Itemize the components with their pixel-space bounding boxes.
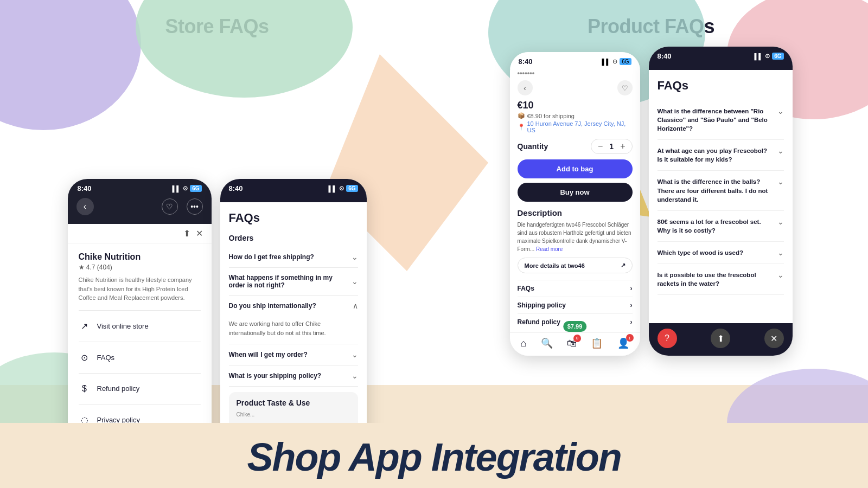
prod-faqs-share-icon[interactable]: ⬆ [711, 329, 730, 348]
product-location: 📍 10 Huron Avenue 7J, Jersey City, NJ, U… [518, 120, 633, 133]
product-body: ••••••• ‹ ♡ €10 📦 €8.90 for shipping 📍 1… [510, 69, 640, 330]
sidebar-item-faqs[interactable]: ⊙ FAQs [79, 348, 201, 368]
prod-faq-q-4: 80€ seems a lot for a frescobol set. Why… [658, 217, 777, 235]
faq-question-4: When will I get my order? [229, 351, 352, 358]
product-heart-button[interactable]: ♡ [617, 80, 633, 95]
faq-chevron-1: ⌄ [352, 253, 358, 261]
faq-question-5: What is your shipping policy? [229, 372, 352, 380]
more-details-button[interactable]: More details at two46 ↗ [518, 258, 633, 273]
shipping-icon: 📦 [518, 112, 525, 119]
product-faqs-time: 8:40 [658, 52, 672, 60]
bag-badge: 8 [573, 335, 581, 342]
sidebar-divider-1 [79, 310, 201, 311]
description-title: Description [518, 208, 633, 217]
quantity-row: Quantity − 1 + [518, 139, 633, 154]
qty-decrease-button[interactable]: − [598, 142, 603, 151]
prod-faq-chevron-5: ⌄ [777, 248, 784, 257]
qty-value: 1 [609, 142, 614, 151]
sidebar-share-icon[interactable]: ⬆ [183, 228, 190, 239]
faq-item-4[interactable]: When will I get my order? ⌄ [229, 344, 358, 365]
description-text: Die handgefertigten two46 Frescobol Schl… [518, 221, 633, 253]
buy-now-button[interactable]: Buy now [518, 183, 633, 202]
profile-nav-icon[interactable]: 👤 1 [617, 337, 629, 349]
sidebar-more-icon[interactable]: ••• [187, 198, 203, 215]
product-faqs-link[interactable]: FAQs › [518, 280, 633, 297]
sidebar-dark-header: 8:40 ▌▌ ⊙ 6G ‹ ♡ ••• [68, 179, 212, 224]
prod-faqs-help-icon[interactable]: ? [658, 329, 677, 348]
qty-increase-button[interactable]: + [620, 142, 625, 151]
prod-faq-q-1: What is the difference between "Rio Clas… [658, 107, 777, 133]
prod-faq-chevron-2: ⌄ [777, 146, 784, 155]
external-link-icon: ↗ [621, 262, 626, 269]
store-description: Chike Nutrition is healthy lifestyle com… [79, 275, 201, 303]
product-faqs-status-bar: 8:40 ▌▌ ⊙ 6G [658, 52, 784, 60]
product-phone: 8:40 ▌▌ ⊙ 6G ••••••• ‹ ♡ €10 [510, 52, 640, 356]
chevron-right-2: › [630, 301, 633, 309]
product-faqs-dark-header: 8:40 ▌▌ ⊙ 6G [649, 47, 793, 70]
search-nav-icon[interactable]: 🔍 [541, 337, 553, 349]
product-faqs-phone: 8:40 ▌▌ ⊙ 6G FAQs What is the difference… [649, 47, 793, 356]
quantity-control: − 1 + [591, 139, 632, 154]
sidebar-item-refund[interactable]: $ Refund policy [79, 379, 201, 399]
faqs-status-bar: 8:40 ▌▌ ⊙ 6G [229, 184, 358, 192]
sidebar-divider-3 [79, 373, 201, 374]
prod-faq-5[interactable]: Which type of wood is used? ⌄ [658, 242, 784, 264]
faqs-label: FAQs [97, 354, 115, 362]
store-name: Chike Nutrition [79, 252, 201, 262]
prod-faqs-close-icon[interactable]: ✕ [764, 329, 784, 348]
prod-faq-2[interactable]: At what age can you play Frescobol? Is i… [658, 140, 784, 171]
prod-faq-3[interactable]: What is the difference in the balls? The… [658, 171, 784, 210]
faqs-icon: ⊙ [79, 352, 91, 363]
prod-faq-chevron-3: ⌄ [777, 177, 784, 186]
orders-nav-icon[interactable]: 📋 [591, 337, 603, 349]
sidebar-close-icon[interactable]: ✕ [196, 228, 203, 239]
prod-faq-q-6: Is it possible to use the frescobol rack… [658, 271, 777, 288]
product-taste-section: Product Taste & Use Chike... [229, 392, 358, 424]
sidebar-divider-2 [79, 342, 201, 342]
sidebar-item-visit-store[interactable]: ↗ Visit online store [79, 316, 201, 336]
product-price: €10 [518, 100, 633, 111]
chevron-right-1: › [630, 285, 633, 292]
sidebar-back-button[interactable]: ‹ [76, 198, 94, 215]
prod-faq-6[interactable]: Is it possible to use the frescobol rack… [658, 264, 784, 295]
product-section-hint: Chike... [237, 412, 350, 418]
prod-faq-1[interactable]: What is the difference between "Rio Clas… [658, 100, 784, 140]
faqs-page-title: FAQs [229, 211, 358, 225]
prod-faq-chevron-1: ⌄ [777, 107, 784, 115]
home-nav-icon[interactable]: ⌂ [521, 338, 527, 349]
sidebar-status-bar: 8:40 ▌▌ ⊙ 6G [68, 179, 212, 196]
prod-faq-4[interactable]: 80€ seems a lot for a frescobol set. Why… [658, 211, 784, 242]
faq-item-1[interactable]: How do I get free shipping? ⌄ [229, 247, 358, 268]
sidebar-status-icons: ▌▌ ⊙ 6G [173, 184, 202, 192]
add-to-bag-button[interactable]: Add to bag [518, 159, 633, 178]
faq-chevron-4: ⌄ [352, 350, 358, 359]
faq-item-2[interactable]: What happens if something in my order is… [229, 268, 358, 296]
profile-badge: 1 [626, 334, 634, 342]
sidebar-heart-icon[interactable]: ♡ [162, 198, 178, 215]
faq-chevron-2: ⌄ [352, 277, 358, 286]
product-shipping: 📦 €8.90 for shipping [518, 112, 633, 119]
external-link-icon: ↗ [79, 321, 91, 331]
refund-label: Refund policy [97, 384, 140, 393]
prod-faq-q-3: What is the difference in the balls? The… [658, 177, 777, 203]
faq-item-3-expanded[interactable]: Do you ship internationally? ∧ We are wo… [229, 296, 358, 344]
sidebar-action-row: ‹ ♡ ••• [68, 196, 212, 217]
product-nav: ‹ ♡ [518, 80, 633, 95]
product-back-button[interactable]: ‹ [518, 80, 533, 95]
faq-item-5[interactable]: What is your shipping policy? ⌄ [229, 365, 358, 387]
prod-faq-chevron-4: ⌄ [777, 217, 784, 226]
sidebar-divider-4 [79, 404, 201, 404]
product-faqs-page-title: FAQs [658, 79, 784, 93]
faqs-status-icons: ▌▌ ⊙ 6G [329, 184, 358, 192]
product-faqs-body: FAQs What is the difference between "Rio… [649, 70, 793, 304]
read-more-link[interactable]: Read more [536, 246, 563, 252]
shipping-policy-link[interactable]: Shipping policy › [518, 297, 633, 313]
location-icon: 📍 [518, 124, 525, 131]
product-category: ••••••• [518, 69, 633, 77]
sidebar-time: 8:40 [78, 184, 92, 192]
faq-chevron-5: ⌄ [352, 371, 358, 380]
refund-icon: $ [79, 384, 91, 394]
bag-nav-icon[interactable]: 🛍 8 [567, 338, 577, 349]
product-faqs-status-icons: ▌▌ ⊙ 6G [755, 52, 784, 60]
shop-app-title: Shop App Integration [247, 435, 621, 479]
